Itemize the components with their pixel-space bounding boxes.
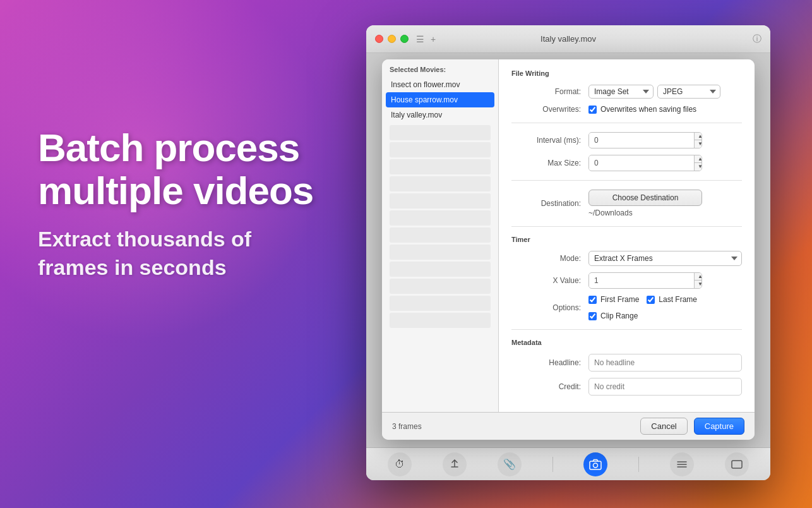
traffic-lights	[375, 35, 409, 43]
mode-label: Mode:	[511, 254, 581, 263]
settings-panel: File Writing Format: Image Set Single Im…	[499, 59, 755, 412]
empty-row-8	[390, 245, 491, 260]
first-frame-label: First Frame	[600, 295, 639, 304]
max-size-row: Max Size: ▲ ▼	[511, 155, 742, 171]
toolbar-sep-2	[638, 457, 639, 472]
overwrites-checkbox[interactable]	[588, 106, 597, 114]
interval-input[interactable]	[589, 133, 694, 147]
file-writing-title: File Writing	[511, 70, 742, 77]
settings-icon	[676, 459, 688, 470]
interval-up-btn[interactable]: ▲	[695, 133, 702, 140]
camera-toolbar-btn[interactable]	[583, 452, 607, 476]
empty-row-9	[390, 262, 491, 277]
empty-row-1	[390, 125, 491, 140]
interval-down-btn[interactable]: ▼	[695, 140, 702, 148]
thumbnail-toolbar-btn[interactable]	[725, 452, 749, 476]
timer-title: Timer	[511, 236, 742, 243]
max-size-up-btn[interactable]: ▲	[695, 155, 702, 163]
max-size-label: Max Size:	[511, 159, 581, 167]
destination-group: Choose Destination ~/Downloads	[588, 190, 702, 217]
x-value-label: X Value:	[511, 276, 581, 285]
info-icon[interactable]: ⓘ	[753, 33, 761, 45]
title-bar-icons: ☰ +	[416, 34, 436, 44]
format-select-group: Image Set Single Image JPEG PNG TIFF	[588, 85, 742, 99]
interval-stepper-buttons: ▲ ▼	[694, 133, 702, 148]
x-value-stepper-buttons: ▲ ▼	[694, 273, 702, 288]
x-value-row: X Value: ▲ ▼	[511, 272, 742, 289]
format-select[interactable]: Image Set Single Image	[588, 85, 654, 99]
cancel-button[interactable]: Cancel	[640, 418, 687, 435]
interval-label: Interval (ms):	[511, 136, 581, 145]
x-value-up-btn[interactable]: ▲	[695, 273, 702, 281]
modal-overlay: Selected Movies: Insect on flower.mov Ho…	[366, 53, 770, 447]
camera-icon	[589, 458, 602, 471]
options-row: Options: First Frame Last Frame	[511, 295, 742, 320]
max-size-stepper-buttons: ▲ ▼	[694, 155, 702, 171]
empty-row-2	[390, 142, 491, 157]
x-value-down-btn[interactable]: ▼	[695, 281, 702, 288]
empty-row-6	[390, 210, 491, 226]
last-frame-label: Last Frame	[659, 295, 697, 304]
divider-1	[511, 123, 742, 123]
mode-row: Mode: Extract X Frames Every N Seconds E…	[511, 251, 742, 266]
modal-body: Selected Movies: Insect on flower.mov Ho…	[382, 59, 755, 412]
modal-bottom-bar: 3 frames Cancel Capture	[382, 412, 755, 440]
overwrites-text: Overwrites when saving files	[600, 105, 696, 114]
settings-toolbar-btn[interactable]	[670, 452, 694, 476]
empty-row-12	[390, 313, 491, 328]
bottom-actions: Cancel Capture	[640, 418, 744, 435]
attach-toolbar-btn[interactable]: 📎	[498, 452, 522, 476]
credit-input[interactable]	[588, 378, 742, 396]
hero-subtitle: Extract thousands offrames in seconds	[38, 225, 341, 281]
export-icon	[450, 459, 460, 469]
menu-icon[interactable]: ☰	[416, 34, 424, 44]
capture-button[interactable]: Capture	[694, 418, 744, 435]
thumbnail-icon	[731, 460, 743, 469]
close-button[interactable]	[375, 35, 383, 43]
headline-label: Headline:	[511, 358, 581, 367]
svg-rect-0	[590, 461, 601, 469]
movie-item-1[interactable]: House sparrow.mov	[386, 92, 494, 107]
headline-input[interactable]	[588, 354, 742, 372]
max-size-down-btn[interactable]: ▼	[695, 163, 702, 171]
max-size-stepper: ▲ ▼	[588, 155, 702, 171]
destination-path: ~/Downloads	[588, 209, 702, 217]
empty-row-4	[390, 176, 491, 191]
options-label: Options:	[511, 303, 581, 312]
timer-toolbar-btn[interactable]: ⏱	[388, 452, 412, 476]
overwrites-checkbox-group: Overwrites when saving files	[588, 105, 696, 114]
x-value-input[interactable]	[589, 274, 694, 287]
interval-row: Interval (ms): ▲ ▼	[511, 132, 742, 148]
divider-4	[511, 329, 742, 330]
hero-section: Batch processmultiple videos Extract tho…	[38, 126, 341, 281]
format-type-select[interactable]: JPEG PNG TIFF	[657, 85, 720, 99]
app-toolbar: ⏱ 📎	[366, 447, 770, 480]
first-frame-checkbox[interactable]	[588, 296, 597, 304]
modal-dialog: Selected Movies: Insect on flower.mov Ho…	[382, 59, 755, 440]
frames-count: 3 frames	[392, 422, 422, 431]
export-toolbar-btn[interactable]	[443, 452, 467, 476]
clip-range-checkbox[interactable]	[588, 312, 597, 320]
max-size-input[interactable]	[589, 156, 694, 170]
overwrites-row: Overwrites: Overwrites when saving files	[511, 105, 742, 114]
x-value-stepper: ▲ ▼	[588, 272, 702, 289]
format-row: Format: Image Set Single Image JPEG PNG …	[511, 85, 742, 99]
toolbar-sep	[552, 457, 553, 472]
destination-row: Destination: Choose Destination ~/Downlo…	[511, 190, 742, 217]
movie-item-2[interactable]: Italy valley.mov	[386, 107, 494, 123]
hero-title: Batch processmultiple videos	[38, 126, 341, 212]
svg-rect-5	[732, 461, 742, 468]
divider-2	[511, 180, 742, 181]
movie-item-0[interactable]: Insect on flower.mov	[386, 77, 494, 92]
empty-row-5	[390, 193, 491, 209]
empty-row-11	[390, 296, 491, 311]
first-frame-group: First Frame	[588, 295, 639, 304]
format-label: Format:	[511, 87, 581, 96]
app-window: ☰ + Italy valley.mov ⓘ Selected Movies: …	[366, 25, 770, 480]
last-frame-checkbox[interactable]	[647, 296, 655, 304]
choose-destination-button[interactable]: Choose Destination	[588, 190, 702, 206]
minimize-button[interactable]	[388, 35, 396, 43]
mode-select[interactable]: Extract X Frames Every N Seconds Every N…	[588, 251, 742, 266]
maximize-button[interactable]	[400, 35, 409, 43]
add-icon[interactable]: +	[431, 34, 436, 44]
